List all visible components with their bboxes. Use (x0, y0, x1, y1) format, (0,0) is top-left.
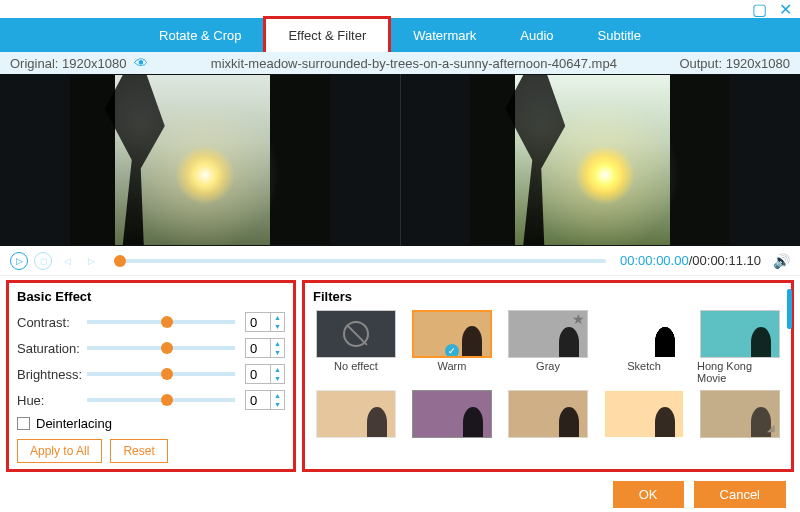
filter-item[interactable]: ◢ (697, 390, 783, 440)
filter-item[interactable] (601, 390, 687, 440)
basic-effect-title: Basic Effect (17, 289, 285, 304)
hue-label: Hue: (17, 393, 87, 408)
preview-original (0, 74, 400, 246)
preview-output (400, 74, 801, 246)
basic-effect-panel: Basic Effect Contrast:0▲▼ Saturation:0▲▼… (6, 280, 296, 472)
info-bar: Original: 1920x1080 👁 mixkit-meadow-surr… (0, 52, 800, 74)
output-resolution: Output: 1920x1080 (679, 56, 790, 71)
tab-rotate-crop[interactable]: Rotate & Crop (137, 18, 263, 52)
minimize-button[interactable]: ▢ (752, 0, 767, 19)
close-button[interactable]: ✕ (779, 0, 792, 19)
prev-frame-button[interactable]: ◁ (58, 252, 76, 270)
expand-icon: ◢ (767, 422, 775, 433)
cancel-button[interactable]: Cancel (694, 481, 786, 508)
filter-sketch[interactable]: Sketch (601, 310, 687, 384)
filter-item[interactable] (505, 390, 591, 440)
brightness-input[interactable]: 0▲▼ (245, 364, 285, 384)
preview-eye-icon[interactable]: 👁 (134, 55, 148, 71)
filters-panel: Filters No effect ✓Warm ★Gray Sketch Hon… (302, 280, 794, 472)
original-resolution: Original: 1920x1080 (10, 56, 126, 71)
filter-warm[interactable]: ✓Warm (409, 310, 495, 384)
hue-input[interactable]: 0▲▼ (245, 390, 285, 410)
titlebar: ▢ ✕ (0, 0, 800, 18)
check-icon: ✓ (445, 344, 459, 358)
tab-watermark[interactable]: Watermark (391, 18, 498, 52)
playback-controls: ▷ ◻ ◁ ▷ 00:00:00.00/00:00:11.10 🔊 (0, 246, 800, 276)
filters-scrollbar[interactable] (787, 289, 792, 329)
filter-hongkong[interactable]: Hong Kong Movie (697, 310, 783, 384)
chevron-up-icon[interactable]: ▲ (271, 313, 284, 322)
apply-to-all-button[interactable]: Apply to All (17, 439, 102, 463)
tab-audio[interactable]: Audio (498, 18, 575, 52)
chevron-down-icon[interactable]: ▼ (271, 322, 284, 331)
volume-icon[interactable]: 🔊 (773, 253, 790, 269)
next-frame-button[interactable]: ▷ (82, 252, 100, 270)
time-display: 00:00:00.00/00:00:11.10 (620, 253, 761, 268)
ok-button[interactable]: OK (613, 481, 684, 508)
filter-no-effect[interactable]: No effect (313, 310, 399, 384)
filters-title: Filters (313, 289, 783, 304)
tab-bar: Rotate & Crop Effect & Filter Watermark … (0, 18, 800, 52)
brightness-slider[interactable] (87, 372, 235, 376)
tab-effect-filter[interactable]: Effect & Filter (263, 16, 391, 52)
filename-label: mixkit-meadow-surrounded-by-trees-on-a-s… (148, 56, 679, 71)
star-icon: ★ (572, 311, 585, 327)
hue-slider[interactable] (87, 398, 235, 402)
filter-item[interactable] (409, 390, 495, 440)
filter-gray[interactable]: ★Gray (505, 310, 591, 384)
footer: OK Cancel (0, 476, 800, 512)
contrast-input[interactable]: 0▲▼ (245, 312, 285, 332)
saturation-input[interactable]: 0▲▼ (245, 338, 285, 358)
contrast-label: Contrast: (17, 315, 87, 330)
progress-slider[interactable] (114, 259, 606, 263)
tab-subtitle[interactable]: Subtitle (576, 18, 663, 52)
contrast-slider[interactable] (87, 320, 235, 324)
reset-button[interactable]: Reset (110, 439, 167, 463)
saturation-slider[interactable] (87, 346, 235, 350)
stop-button[interactable]: ◻ (34, 252, 52, 270)
filter-item[interactable] (313, 390, 399, 440)
saturation-label: Saturation: (17, 341, 87, 356)
preview-area (0, 74, 800, 246)
deinterlacing-checkbox[interactable]: Deinterlacing (17, 416, 285, 431)
play-button[interactable]: ▷ (10, 252, 28, 270)
brightness-label: Brightness: (17, 367, 87, 382)
